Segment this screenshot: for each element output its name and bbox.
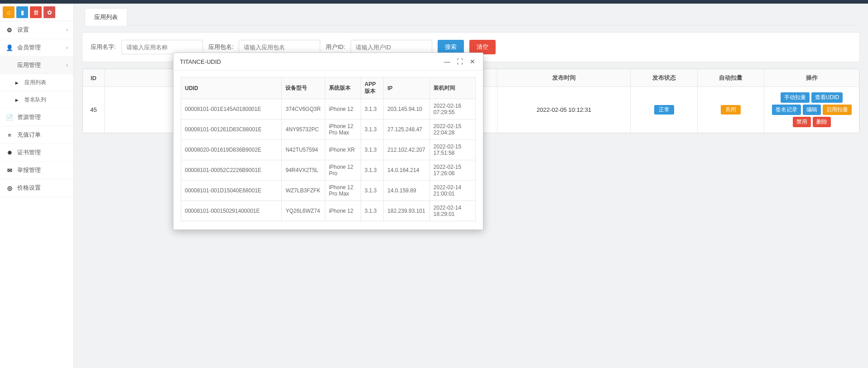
modal-col-header: APP版本 (361, 77, 384, 99)
udid-cell-model: N42TU57594 (282, 140, 325, 160)
udid-cell-app: 3.1.3 (361, 181, 384, 201)
cell-status: 正常 (631, 87, 697, 133)
sidebar-item-2[interactable]: 应用管理› (0, 57, 73, 74)
sidebar-item-label: 会员管理 (17, 43, 41, 52)
udid-cell-model: 4NY95732PC (282, 119, 325, 140)
udid-row: 00008020-001619D836B9002EN42TU57594iPhon… (181, 140, 476, 160)
udid-row: 00008101-001261D83C88001E4NY95732PCiPhon… (181, 119, 476, 140)
sidebar-item-label: 举报管理 (17, 166, 41, 174)
udid-cell-model: 94R4VX2T5L (282, 160, 325, 181)
sidebar-item-6[interactable]: ≡充值订单 (0, 126, 73, 144)
sidebar-item-label: 资源管理 (17, 113, 41, 121)
minimize-icon[interactable]: — (443, 57, 451, 66)
udid-cell-udid: 00008101-001E145A0180001E (181, 99, 282, 119)
udid-cell-ip: 182.239.93.101 (384, 201, 430, 221)
op-button[interactable]: 编辑 (803, 105, 821, 115)
modal-col-header: 系统版本 (325, 77, 361, 99)
op-button[interactable]: 手动扣量 (781, 92, 810, 103)
sidebar-item-label: 签名队列 (24, 96, 46, 104)
udid-cell-app: 3.1.3 (361, 140, 384, 160)
udid-cell-model: 374CV6GQ3R (282, 99, 325, 119)
udid-modal: TITANCE-UDID — ⛶ ✕ UDID设备型号系统版本APP版本IP装机… (173, 53, 483, 230)
sidebar-item-3[interactable]: ▸应用列表 (0, 74, 73, 91)
modal-body: UDID设备型号系统版本APP版本IP装机时间 00008101-001E145… (174, 71, 483, 229)
filter-name-label: 应用名字: (91, 43, 116, 51)
udid-cell-sys: iPhone 12 Pro Max (325, 119, 361, 140)
sidebar-item-0[interactable]: ⚙设置› (0, 21, 73, 39)
menu-icon: ▸ (13, 97, 21, 103)
udid-cell-udid: 00008020-001619D836B9002E (181, 140, 282, 160)
udid-cell-udid: 00008101-00052C2226B9001E (181, 160, 282, 181)
udid-cell-sys: iPhone 12 (325, 201, 361, 221)
chevron-right-icon: › (66, 27, 68, 33)
sidebar-item-label: 设置 (17, 26, 29, 34)
col-header: ID (83, 69, 105, 87)
tab-bar: 应用列表 (82, 8, 860, 26)
udid-cell-time: 2022-02-16 07:29:55 (429, 99, 475, 119)
status-badge: 正常 (654, 105, 674, 115)
sidebar-item-9[interactable]: ◎价格设置 (0, 179, 73, 197)
maximize-icon[interactable]: ⛶ (456, 57, 464, 66)
file-icon[interactable]: ▮ (16, 6, 28, 18)
udid-cell-time: 2022-02-14 21:00:01 (429, 181, 475, 201)
modal-title: TITANCE-UDID (180, 58, 221, 65)
filter-pkg-label: 应用包名: (208, 43, 234, 51)
trash-icon[interactable]: 🗑 (30, 6, 42, 18)
gear-icon[interactable]: ✿ (43, 6, 55, 18)
udid-cell-model: YQ26L6WZ74 (282, 201, 325, 221)
col-header: 自动扣量 (697, 69, 764, 87)
modal-header: TITANCE-UDID — ⛶ ✕ (174, 53, 483, 71)
udid-cell-ip: 27.125.248.47 (384, 119, 430, 140)
modal-col-header: IP (384, 77, 430, 99)
udid-cell-app: 3.1.3 (361, 119, 384, 140)
sidebar-item-label: 应用管理 (17, 61, 41, 69)
udid-cell-udid: 00008101-000150291400001E (181, 201, 282, 221)
sidebar-item-label: 充值订单 (17, 131, 41, 139)
sidebar-item-8[interactable]: ✉举报管理 (0, 162, 73, 179)
col-header: 发布时间 (497, 69, 631, 87)
udid-cell-ip: 212.102.42.207 (384, 140, 430, 160)
udid-cell-app: 3.1.3 (361, 201, 384, 221)
udid-cell-model: WZ7LB3FZFK (282, 181, 325, 201)
op-button[interactable]: 查看UDID (811, 92, 843, 103)
sidebar: ⌂ ▮ 🗑 ✿ ⚙设置›👤会员管理›应用管理›▸应用列表▸签名队列📄资源管理≡充… (0, 4, 74, 368)
tab-app-list[interactable]: 应用列表 (85, 8, 127, 26)
chevron-right-icon: › (66, 44, 68, 51)
sidebar-item-1[interactable]: 👤会员管理› (0, 39, 73, 57)
cell-ops: 手动扣量查看UDID签名记录编辑启用扣量禁用删除 (764, 87, 859, 133)
menu-icon: 👤 (5, 44, 14, 51)
cell-time: 2022-02-05 10:12:31 (497, 87, 631, 133)
udid-cell-app: 3.1.3 (361, 99, 384, 119)
menu-icon: ◎ (5, 185, 14, 191)
op-button[interactable]: 删除 (813, 117, 831, 127)
udid-row: 00008101-001D15040E68001EWZ7LB3FZFKiPhon… (181, 181, 476, 201)
sidebar-item-label: 应用列表 (24, 79, 46, 86)
cell-auto: 关闭 (697, 87, 764, 133)
menu-icon: ≡ (5, 132, 14, 139)
close-icon[interactable]: ✕ (468, 57, 477, 66)
udid-row: 00008101-000150291400001EYQ26L6WZ74iPhon… (181, 201, 476, 221)
udid-cell-time: 2022-02-15 17:51:58 (429, 140, 475, 160)
sidebar-item-4[interactable]: ▸签名队列 (0, 91, 73, 109)
udid-cell-sys: iPhone 12 Pro (325, 160, 361, 181)
menu-icon: 📄 (5, 114, 14, 121)
udid-cell-ip: 14.0.159.89 (384, 181, 430, 201)
udid-cell-udid: 00008101-001261D83C88001E (181, 119, 282, 140)
sidebar-item-label: 价格设置 (17, 184, 41, 192)
op-button[interactable]: 启用扣量 (823, 105, 852, 115)
sidebar-icon-row: ⌂ ▮ 🗑 ✿ (0, 4, 73, 21)
main-content: 应用列表 应用名字: 应用包名: 用户ID: 搜索 清空 ID应用类型发布时间发… (74, 4, 868, 368)
filter-uid-label: 用户ID: (326, 43, 345, 51)
udid-cell-udid: 00008101-001D15040E68001E (181, 181, 282, 201)
menu-icon: ✉ (5, 167, 14, 174)
sidebar-item-7[interactable]: ✸证书管理 (0, 144, 73, 162)
col-header: 操作 (764, 69, 859, 87)
udid-cell-sys: iPhone XR (325, 140, 361, 160)
sidebar-item-5[interactable]: 📄资源管理 (0, 109, 73, 126)
udid-row: 00008101-00052C2226B9001E94R4VX2T5LiPhon… (181, 160, 476, 181)
udid-cell-time: 2022-02-15 17:26:06 (429, 160, 475, 181)
op-button[interactable]: 禁用 (793, 117, 811, 127)
udid-cell-sys: iPhone 12 (325, 99, 361, 119)
op-button[interactable]: 签名记录 (772, 105, 801, 115)
home-icon[interactable]: ⌂ (3, 6, 14, 18)
